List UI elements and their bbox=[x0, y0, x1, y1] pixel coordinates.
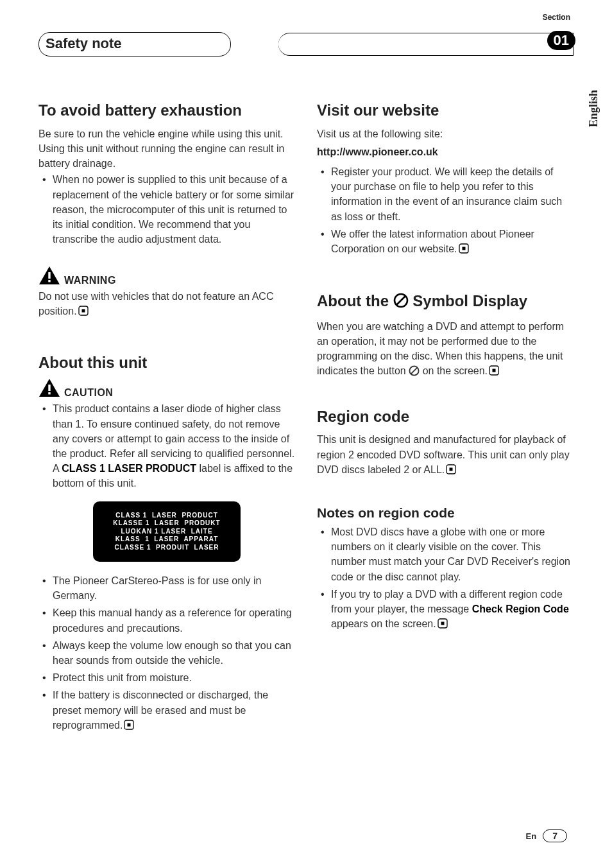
list-item: Keep this manual handy as a reference fo… bbox=[38, 605, 295, 635]
heading-battery: To avoid battery exhaustion bbox=[38, 101, 295, 120]
laser-line: KLASSE 1 LASER PRODUKT bbox=[101, 519, 233, 528]
paragraph-region: This unit is designed and manufactured f… bbox=[317, 432, 574, 478]
warning-row: WARNING bbox=[38, 266, 295, 288]
paragraph-battery: Be sure to run the vehicle engine while … bbox=[38, 126, 295, 171]
list-item: When no power is supplied to this unit b… bbox=[38, 172, 295, 247]
right-column: Visit our website Visit us at the follow… bbox=[317, 101, 574, 736]
end-section-icon bbox=[446, 464, 456, 478]
language-tab: English bbox=[587, 90, 600, 127]
footer-page-number: 7 bbox=[543, 829, 567, 842]
list-item: Most DVD discs have a globe with one or … bbox=[317, 525, 574, 584]
svg-rect-7 bbox=[128, 723, 131, 726]
safety-note-title: Safety note bbox=[46, 35, 122, 51]
page-footer: En 7 bbox=[526, 829, 567, 842]
list-item: Protect this unit from moisture. bbox=[38, 670, 295, 685]
list-caution: This product contains a laser diode of h… bbox=[38, 401, 295, 490]
svg-rect-0 bbox=[48, 272, 50, 279]
heading-region-code: Region code bbox=[317, 408, 574, 426]
warning-triangle-icon bbox=[38, 378, 60, 400]
section-number: 01 bbox=[547, 31, 575, 50]
list-battery: When no power is supplied to this unit b… bbox=[38, 172, 295, 247]
manual-page: Safety note Section 01 English To avoid … bbox=[0, 0, 612, 868]
section-label: Section bbox=[543, 13, 570, 22]
caution-row: CAUTION bbox=[38, 378, 295, 400]
list-visit: Register your product. We will keep the … bbox=[317, 164, 574, 257]
prohibit-icon bbox=[393, 293, 409, 313]
list-general: The Pioneer CarStereo-Pass is for use on… bbox=[38, 573, 295, 734]
svg-rect-15 bbox=[493, 369, 496, 372]
svg-rect-5 bbox=[48, 392, 50, 394]
end-section-icon bbox=[78, 305, 89, 320]
laser-line: CLASSE 1 PRODUIT LASER bbox=[101, 544, 233, 552]
warning-triangle-icon bbox=[38, 266, 60, 288]
paragraph-warning: Do not use with vehicles that do not fea… bbox=[38, 289, 295, 320]
laser-line: KLASS 1 LASER APPARAT bbox=[101, 535, 233, 544]
website-url: http://www.pioneer.co.uk bbox=[317, 146, 574, 158]
end-section-icon bbox=[459, 243, 469, 257]
safety-note-tab: Safety note bbox=[38, 32, 231, 56]
paragraph-symbol: When you are watching a DVD and attempt … bbox=[317, 319, 574, 381]
svg-rect-19 bbox=[441, 622, 444, 625]
list-item: The Pioneer CarStereo-Pass is for use on… bbox=[38, 573, 295, 603]
heading-visit: Visit our website bbox=[317, 101, 574, 120]
heading-about-unit: About this unit bbox=[38, 354, 295, 372]
warning-label: WARNING bbox=[64, 275, 116, 288]
list-item: If you try to play a DVD with a differen… bbox=[317, 587, 574, 633]
end-section-icon bbox=[489, 365, 499, 379]
laser-line: CLASS 1 LASER PRODUCT bbox=[101, 512, 233, 520]
page-header: Safety note Section 01 bbox=[38, 32, 574, 56]
content-columns: To avoid battery exhaustion Be sure to r… bbox=[38, 101, 574, 736]
svg-rect-17 bbox=[450, 467, 453, 471]
footer-language: En bbox=[526, 831, 537, 841]
svg-line-11 bbox=[396, 296, 405, 305]
caution-label: CAUTION bbox=[64, 387, 113, 400]
heading-notes-region: Notes on region code bbox=[317, 505, 574, 521]
prohibit-icon bbox=[409, 365, 420, 380]
list-notes-region: Most DVD discs have a globe with one or … bbox=[317, 525, 574, 632]
list-item: If the battery is disconnected or discha… bbox=[38, 688, 295, 734]
svg-rect-9 bbox=[462, 247, 465, 250]
list-item: Always keep the volume low enough so tha… bbox=[38, 638, 295, 668]
laser-product-label: CLASS 1 LASER PRODUCT KLASSE 1 LASER PRO… bbox=[93, 501, 241, 562]
section-tab-wrap: Section 01 bbox=[240, 33, 574, 56]
section-tab: Section 01 bbox=[278, 33, 574, 56]
svg-rect-1 bbox=[48, 280, 50, 282]
list-item: Register your product. We will keep the … bbox=[317, 164, 574, 224]
svg-rect-3 bbox=[81, 309, 85, 313]
list-item: We offer the latest information about Pi… bbox=[317, 227, 574, 257]
heading-symbol-display: About the Symbol Display bbox=[317, 292, 574, 313]
svg-rect-4 bbox=[48, 385, 50, 391]
left-column: To avoid battery exhaustion Be sure to r… bbox=[38, 101, 295, 736]
end-section-icon bbox=[124, 719, 134, 734]
end-section-icon bbox=[438, 618, 448, 632]
list-item: This product contains a laser diode of h… bbox=[38, 401, 295, 490]
paragraph-visit: Visit us at the following site: bbox=[317, 126, 574, 141]
laser-line: LUOKAN 1 LASER LAITE bbox=[101, 528, 233, 536]
svg-line-13 bbox=[411, 368, 418, 374]
